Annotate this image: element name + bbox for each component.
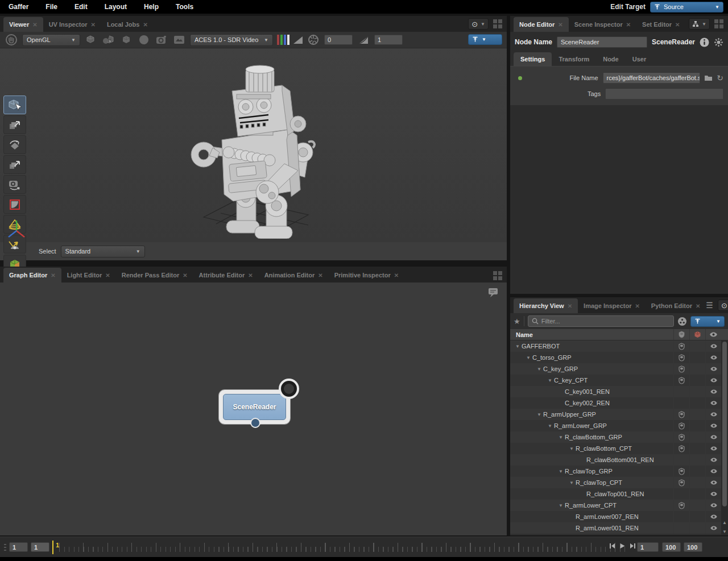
shield-icon[interactable] (673, 375, 689, 386)
camera-icon[interactable] (155, 34, 168, 45)
tree-row-R_armLower_CPT[interactable]: ▼R_armLower_CPT (510, 500, 728, 511)
graph-tab-animation-editor[interactable]: Animation Editor✕ (259, 268, 329, 282)
render-cell-empty[interactable] (689, 500, 705, 511)
gamma-field[interactable]: 1 (374, 35, 403, 45)
graph-tab-graph-editor[interactable]: Graph Editor✕ (3, 268, 61, 282)
close-icon[interactable]: ✕ (568, 303, 572, 309)
tags-field[interactable] (605, 88, 723, 99)
shield-cell-empty[interactable] (673, 522, 689, 534)
rotate-tool-button[interactable] (3, 135, 26, 154)
viewer-tab-local-jobs[interactable]: Local Jobs✕ (101, 17, 154, 32)
eye-icon[interactable] (705, 363, 721, 375)
eye-icon[interactable] (705, 443, 721, 454)
nodeeditor-tab-node-editor[interactable]: Node Editor✕ (514, 17, 569, 32)
render-cell-empty[interactable] (689, 340, 705, 352)
skip-end-icon[interactable] (630, 543, 636, 549)
close-icon[interactable]: ✕ (91, 22, 96, 28)
hierarchy-pin-dropdown[interactable]: ▼ (690, 316, 725, 327)
tree-row-C_key_GRP[interactable]: ▼C_key_GRP (510, 363, 728, 375)
exposure-aperture-icon[interactable] (307, 34, 320, 45)
pan-hand-icon[interactable] (5, 34, 18, 45)
exposure-field[interactable]: 0 (324, 35, 353, 45)
filter-input[interactable]: Filter... (528, 315, 674, 327)
layout-grid-icon[interactable] (714, 19, 723, 28)
expand-arrow-icon[interactable]: ▼ (568, 480, 576, 485)
tree-row-R_clawTop_GRP[interactable]: ▼R_clawTop_GRP (510, 466, 728, 477)
node-editor-mode-button[interactable]: ▼ (689, 18, 710, 30)
shield-cell-empty[interactable] (673, 488, 689, 500)
render-cell-empty[interactable] (689, 352, 705, 363)
tree-row-C_key002_REN[interactable]: C_key002_REN (510, 397, 728, 409)
render-cell-empty[interactable] (689, 420, 705, 431)
node-focus-ring[interactable] (281, 381, 297, 397)
node-name-field[interactable]: SceneReader (557, 36, 647, 48)
scroll-down-icon[interactable]: ▼ (721, 528, 728, 535)
shield-icon[interactable] (673, 443, 689, 454)
layout-grid-icon[interactable] (493, 19, 502, 28)
eye-icon[interactable] (705, 375, 721, 386)
close-icon[interactable]: ✕ (183, 272, 187, 279)
render-cell-empty[interactable] (689, 466, 705, 477)
tree-row-R_clawBottom_GRP[interactable]: ▼R_clawBottom_GRP (510, 431, 728, 443)
viewer-viewport[interactable] (0, 49, 507, 242)
viewer-settings-button[interactable]: ⊙ ▼ (468, 18, 489, 30)
display-transform-dropdown[interactable]: ACES 1.0 - SDR Video ▼ (190, 34, 273, 46)
menu-tools[interactable]: Tools (167, 3, 202, 11)
tree-row-R_clawTop_CPT[interactable]: ▼R_clawTop_CPT (510, 477, 728, 488)
expand-arrow-icon[interactable]: ▼ (557, 469, 565, 474)
render-cell-empty[interactable] (689, 443, 705, 454)
visibility-eye-column-icon[interactable] (705, 329, 721, 340)
select-objects-icon[interactable] (84, 34, 98, 45)
render-cell-empty[interactable] (689, 488, 705, 500)
play-icon[interactable] (619, 543, 626, 549)
eye-icon[interactable] (705, 340, 721, 352)
close-icon[interactable]: ✕ (248, 272, 253, 279)
close-icon[interactable]: ✕ (318, 272, 322, 279)
tree-row-C_key_CPT[interactable]: ▼C_key_CPT (510, 375, 728, 386)
viewer-pin-dropdown[interactable]: ▼ (468, 34, 502, 45)
shield-icon[interactable] (673, 500, 689, 511)
frame-ruler[interactable] (59, 539, 628, 555)
shading-mode-icon[interactable] (137, 34, 151, 45)
expand-arrow-icon[interactable]: ▼ (557, 435, 565, 440)
expand-arrow-icon[interactable]: ▼ (557, 503, 565, 508)
tree-row-R_clawTop001_REN[interactable]: R_clawTop001_REN (510, 488, 728, 500)
eye-icon[interactable] (705, 420, 721, 431)
current-frame-field[interactable]: 1 (637, 542, 659, 552)
expand-arrow-icon[interactable]: ▼ (568, 446, 576, 451)
shield-icon[interactable] (673, 477, 689, 488)
nodeeditor-tab-set-editor[interactable]: Set Editor✕ (636, 17, 685, 32)
render-cell-empty[interactable] (689, 375, 705, 386)
scrollbar-thumb[interactable] (722, 342, 727, 506)
tree-row-R_armLower007_REN[interactable]: R_armLower007_REN (510, 511, 728, 522)
shield-icon[interactable] (673, 466, 689, 477)
eye-icon[interactable] (705, 522, 721, 534)
expand-arrow-icon[interactable]: ▼ (546, 423, 554, 429)
tree-row-R_armLower001_REN[interactable]: R_armLower001_REN (510, 522, 728, 534)
eye-icon[interactable] (705, 466, 721, 477)
hierarchy-tab-python-editor[interactable]: Python Editor✕ (646, 298, 706, 313)
hierarchy-settings-button[interactable]: ⊙ ▼ (718, 300, 728, 311)
expand-arrow-icon[interactable]: ▼ (524, 355, 532, 360)
render-cell-empty[interactable] (689, 431, 705, 443)
tree-row-R_clawBottom_CPT[interactable]: ▼R_clawBottom_CPT (510, 443, 728, 454)
expand-arrow-icon[interactable]: ▼ (535, 367, 543, 372)
hierarchy-tab-hierarchy-view[interactable]: Hierarchy View✕ (514, 298, 578, 313)
shield-icon[interactable] (673, 420, 689, 431)
tree-row-GAFFERBOT[interactable]: ▼GAFFERBOT (510, 340, 728, 352)
shield-column-icon[interactable] (673, 329, 689, 340)
shield-cell-empty[interactable] (673, 511, 689, 522)
render-cube-column-icon[interactable] (689, 329, 705, 340)
hierarchy-tab-image-inspector[interactable]: Image Inspector✕ (578, 298, 646, 313)
graph-tab-attribute-editor[interactable]: Attribute Editor✕ (193, 268, 259, 282)
shield-icon[interactable] (673, 431, 689, 443)
menu-edit[interactable]: Edit (66, 3, 96, 11)
viewer-tab-viewer[interactable]: Viewer✕ (3, 17, 43, 32)
select-mode-dropdown[interactable]: Standard ▼ (61, 246, 145, 257)
total-frames-field[interactable]: 100 (684, 542, 702, 552)
eye-icon[interactable] (705, 488, 721, 500)
shield-icon[interactable] (673, 363, 689, 375)
selection-tool-button[interactable] (3, 95, 26, 114)
close-icon[interactable]: ✕ (675, 22, 680, 28)
bookmark-star-icon[interactable]: ★ (514, 317, 520, 326)
